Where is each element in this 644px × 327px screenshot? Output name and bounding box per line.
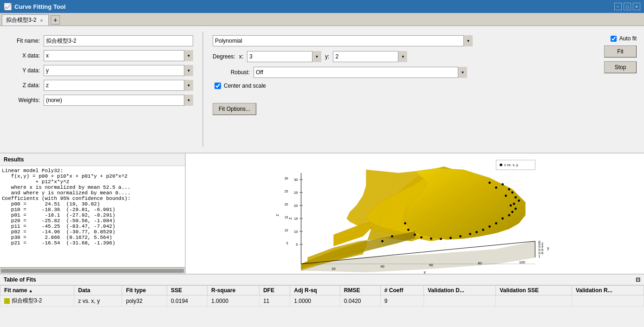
svg-point-59 bbox=[381, 240, 384, 243]
fit-type-select[interactable]: Polynomial bbox=[213, 35, 473, 46]
svg-point-33 bbox=[495, 186, 497, 189]
svg-text:z: z bbox=[288, 217, 293, 219]
col-val-r[interactable]: Validation R... bbox=[572, 286, 644, 295]
robust-row: Robust: Off LAR Bisquare ▼ bbox=[213, 67, 558, 78]
cell-data: z vs. x, y bbox=[74, 295, 122, 307]
tab-close-button[interactable]: × bbox=[38, 17, 45, 24]
close-button[interactable]: × bbox=[633, 3, 640, 10]
svg-point-56 bbox=[407, 229, 410, 231]
cell-n-coeff: 9 bbox=[380, 295, 423, 307]
weights-select[interactable]: (none) bbox=[44, 95, 193, 106]
tab-add-button[interactable]: + bbox=[51, 15, 60, 25]
svg-point-41 bbox=[514, 208, 517, 210]
results-scrollbar-container bbox=[0, 267, 185, 274]
svg-point-31 bbox=[488, 182, 491, 184]
col-fit-type[interactable]: Fit type bbox=[122, 286, 167, 295]
window-controls[interactable]: − □ × bbox=[614, 3, 640, 10]
svg-text:100: 100 bbox=[519, 260, 525, 264]
cell-dfe: 11 bbox=[259, 295, 290, 307]
svg-point-50 bbox=[459, 235, 462, 237]
y-degree-select[interactable]: 2 1 3 4 5 bbox=[333, 51, 407, 62]
x-data-label: X data: bbox=[7, 52, 40, 59]
col-fit-name[interactable]: Fit name ▲ bbox=[0, 286, 74, 295]
table-row[interactable]: 拟合模型3-2 z vs. x, y poly32 0.0194 1.0000 … bbox=[0, 295, 644, 307]
col-rmse[interactable]: RMSE bbox=[340, 286, 380, 295]
svg-point-54 bbox=[420, 236, 423, 238]
auto-fit-label: Auto fit bbox=[619, 35, 637, 42]
svg-text:20: 20 bbox=[294, 204, 298, 208]
z-data-select[interactable]: z bbox=[44, 80, 193, 91]
restore-button[interactable]: □ bbox=[624, 3, 631, 10]
app-icon: 📈 bbox=[4, 3, 12, 10]
fit-options-wrapper: Fit Options... bbox=[213, 103, 558, 115]
svg-text:20: 20 bbox=[285, 203, 288, 206]
col-val-sse[interactable]: Validation SSE bbox=[496, 286, 572, 295]
svg-text:5: 5 bbox=[296, 243, 298, 247]
svg-text:80: 80 bbox=[478, 261, 482, 265]
auto-fit-row: Auto fit bbox=[611, 35, 637, 42]
center-scale-checkbox[interactable] bbox=[215, 83, 221, 89]
bottom-panel: Table of Fits ⊡ Fit name ▲ Data Fit type… bbox=[0, 274, 644, 327]
x-deg-label: x: bbox=[239, 53, 243, 60]
svg-point-57 bbox=[404, 222, 406, 224]
title-bar-left: 📈 Curve Fitting Tool bbox=[4, 3, 65, 10]
auto-fit-checkbox[interactable] bbox=[611, 36, 617, 42]
svg-point-43 bbox=[508, 214, 510, 217]
tab-fit-model[interactable]: 拟合模型3-2 × bbox=[2, 14, 49, 26]
table-container: Fit name ▲ Data Fit type SSE R-square DF… bbox=[0, 285, 644, 327]
left-form: Fit name: X data: x ▼ Y data: y bbox=[7, 32, 193, 147]
svg-point-45 bbox=[495, 222, 497, 224]
tab-label: 拟合模型3-2 bbox=[6, 16, 36, 24]
minimize-button[interactable]: − bbox=[614, 3, 622, 10]
svg-text:10: 10 bbox=[294, 230, 298, 234]
fit-type-row: Polynomial ▼ bbox=[213, 35, 558, 46]
svg-text:40: 40 bbox=[380, 264, 384, 269]
robust-select[interactable]: Off LAR Bisquare bbox=[254, 67, 467, 78]
col-n-coeff[interactable]: # Coeff bbox=[380, 286, 423, 295]
col-data[interactable]: Data bbox=[74, 286, 122, 295]
table-body: 拟合模型3-2 z vs. x, y poly32 0.0194 1.0000 … bbox=[0, 295, 644, 307]
results-wrapper: Linear model Poly32: f(x,y) = p00 + p10*… bbox=[0, 166, 185, 267]
results-text[interactable]: Linear model Poly32: f(x,y) = p00 + p10*… bbox=[0, 166, 185, 267]
fit-options-button[interactable]: Fit Options... bbox=[213, 103, 256, 115]
weights-label: Weights: bbox=[7, 97, 40, 103]
right-form: Auto fit Fit Stop bbox=[567, 32, 637, 147]
col-dfe[interactable]: DFE bbox=[259, 286, 290, 295]
x-data-select[interactable]: x bbox=[44, 50, 193, 61]
center-scale-label: Center and scale bbox=[224, 83, 266, 89]
y-data-select[interactable]: y bbox=[44, 65, 193, 76]
svg-text:10: 10 bbox=[285, 229, 288, 232]
col-val-d[interactable]: Validation D... bbox=[424, 286, 496, 295]
table-header-row: Fit name ▲ Data Fit type SSE R-square DF… bbox=[0, 286, 644, 295]
fit-name-label: Fit name: bbox=[7, 38, 40, 44]
svg-point-36 bbox=[505, 195, 507, 197]
cell-fit-name: 拟合模型3-2 bbox=[0, 295, 74, 307]
cell-val-d bbox=[424, 295, 496, 307]
col-r-square[interactable]: R-square bbox=[208, 286, 260, 295]
svg-point-2 bbox=[500, 164, 502, 167]
main-content: Fit name: X data: x ▼ Y data: y bbox=[0, 26, 644, 327]
cell-rmse: 0.0420 bbox=[340, 295, 380, 307]
x-data-row: X data: x ▼ bbox=[7, 50, 193, 61]
vertical-separator bbox=[202, 32, 203, 147]
plot-svg: z vs. x, y z 30 25 20 15 10 5 bbox=[186, 154, 644, 274]
table-expand-icon[interactable]: ⊡ bbox=[636, 276, 640, 283]
svg-point-32 bbox=[501, 183, 504, 186]
x-degree-select[interactable]: 3 1 2 4 5 bbox=[247, 51, 321, 62]
svg-point-55 bbox=[414, 234, 416, 236]
svg-point-38 bbox=[518, 199, 520, 202]
svg-text:5: 5 bbox=[286, 242, 288, 245]
stop-button[interactable]: Stop bbox=[604, 61, 637, 73]
plot-area: z vs. x, y z 30 25 20 15 10 5 bbox=[186, 154, 644, 274]
table-title: Table of Fits bbox=[4, 276, 36, 283]
fit-name-input[interactable] bbox=[44, 35, 193, 46]
cell-fit-type: poly32 bbox=[122, 295, 167, 307]
svg-text:30: 30 bbox=[294, 178, 298, 182]
svg-text:15: 15 bbox=[294, 217, 298, 221]
svg-text:60: 60 bbox=[429, 263, 433, 267]
col-sse[interactable]: SSE bbox=[167, 286, 208, 295]
col-adj-r-sq[interactable]: Adj R-sq bbox=[290, 286, 340, 295]
fit-button[interactable]: Fit bbox=[604, 45, 637, 58]
results-scrollbar-track[interactable] bbox=[1, 269, 184, 273]
top-panel: Fit name: X data: x ▼ Y data: y bbox=[0, 26, 644, 154]
